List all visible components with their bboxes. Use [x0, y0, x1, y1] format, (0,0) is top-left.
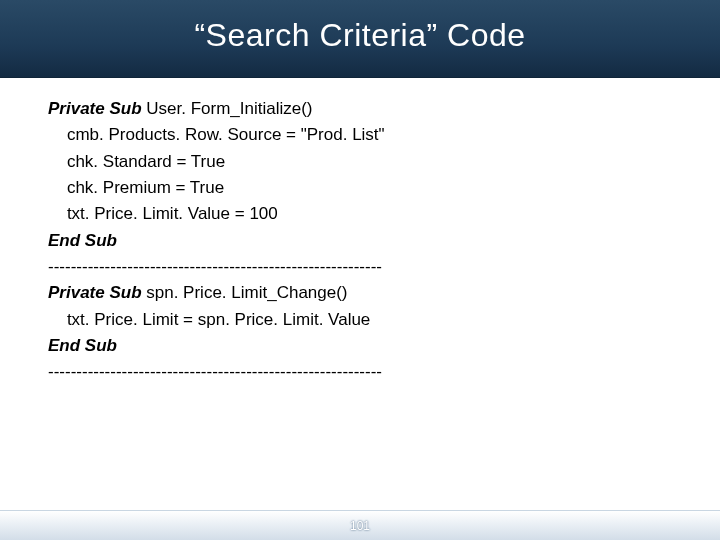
- slide-title: “Search Criteria” Code: [194, 17, 525, 54]
- separator: ----------------------------------------…: [48, 254, 672, 280]
- code-line: txt. Price. Limit. Value = 100: [48, 201, 672, 227]
- title-bar: “Search Criteria” Code: [0, 0, 720, 78]
- slide: “Search Criteria” Code Private Sub User.…: [0, 0, 720, 540]
- slide-content: Private Sub User. Form_Initialize() cmb.…: [0, 78, 720, 540]
- code-line-sub2: Private Sub spn. Price. Limit_Change(): [48, 280, 672, 306]
- page-number: 101: [350, 519, 370, 533]
- code-line: txt. Price. Limit = spn. Price. Limit. V…: [48, 307, 672, 333]
- footer-bar: 101: [0, 510, 720, 540]
- code-line-sub1: Private Sub User. Form_Initialize(): [48, 96, 672, 122]
- code-line-endsub2: End Sub: [48, 333, 672, 359]
- code-line: cmb. Products. Row. Source = "Prod. List…: [48, 122, 672, 148]
- separator: ----------------------------------------…: [48, 359, 672, 385]
- code-line-endsub1: End Sub: [48, 228, 672, 254]
- code-line: chk. Premium = True: [48, 175, 672, 201]
- code-line: chk. Standard = True: [48, 149, 672, 175]
